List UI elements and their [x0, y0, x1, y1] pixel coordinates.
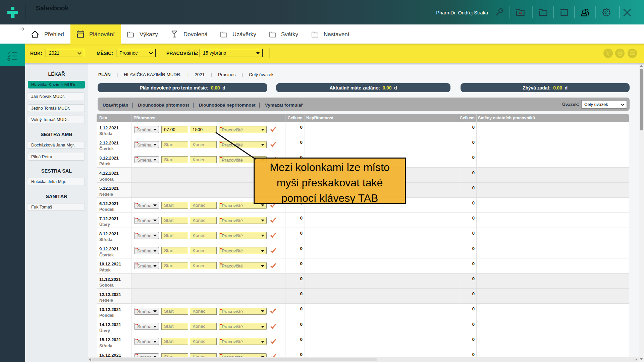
svg-text:N: N	[519, 11, 522, 15]
